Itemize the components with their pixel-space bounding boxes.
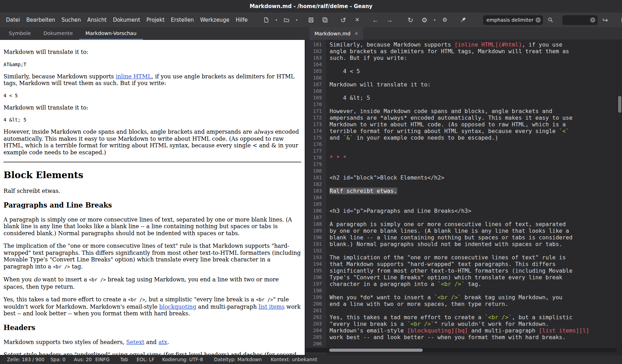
line-number[interactable]: 182 (306, 181, 326, 188)
line-number[interactable]: 172 (306, 114, 326, 121)
line-number[interactable]: 192 (306, 247, 326, 254)
line-number[interactable]: 173 (306, 121, 326, 128)
new-file-dropdown-button[interactable]: ▾ (274, 14, 279, 26)
sidebar-tab-dokumente[interactable]: Dokumente (37, 27, 79, 40)
editor-pane[interactable]: 161Similarly, because Markdown supports … (306, 40, 617, 355)
line-number[interactable]: 188 (306, 221, 326, 227)
execute-button[interactable]: ⚙ (438, 14, 451, 26)
menu-item-projekt[interactable]: Projekt (143, 13, 168, 27)
menu-item-datei[interactable]: Datei (3, 13, 23, 27)
line-number[interactable]: 195 (306, 267, 326, 274)
line-number[interactable]: 178 (306, 154, 326, 161)
sidebar-tab-markdown-vorschau[interactable]: Markdown-Vorschau (79, 27, 143, 40)
tab-close-icon[interactable]: ✕ (355, 31, 358, 36)
menu-item-suchen[interactable]: Suchen (58, 13, 84, 27)
search-button[interactable] (544, 14, 557, 26)
build-dropdown-button[interactable]: ▾ (432, 14, 437, 26)
line-number[interactable]: 179 (306, 161, 326, 168)
line-number[interactable]: 163 (306, 55, 326, 61)
close-file-button[interactable]: ✕ (351, 14, 364, 26)
line-number[interactable]: 187 (306, 214, 326, 221)
line-number[interactable]: 162 (306, 48, 326, 55)
line-number[interactable]: 180 (306, 168, 326, 174)
quit-button[interactable] (617, 14, 622, 26)
revert-button[interactable]: ↺ (337, 14, 350, 26)
editor-line: 191blank.) Normal paragraphs should not … (306, 241, 617, 247)
line-number[interactable]: 185 (306, 201, 326, 208)
back-button[interactable]: ← (369, 14, 382, 26)
line-number[interactable]: 183 (306, 188, 326, 194)
line-number[interactable]: 190 (306, 234, 326, 241)
line-number[interactable]: 161 (306, 41, 326, 48)
vertical-scrollbar[interactable] (617, 40, 622, 355)
line-number[interactable]: 164 (306, 61, 326, 68)
line-number[interactable]: 171 (306, 108, 326, 114)
line-number[interactable]: 189 (306, 227, 326, 234)
open-folder-icon (283, 17, 290, 23)
statusbar-item: EINFG (95, 355, 110, 364)
line-number[interactable]: 186 (306, 208, 326, 214)
line-number[interactable]: 169 (306, 94, 326, 101)
line-number[interactable]: 176 (306, 141, 326, 148)
preview-text: <br /> (128, 297, 145, 302)
preview-text: Markdown will translate it to: (4, 104, 88, 111)
horizontal-scrollbar-thumb[interactable] (329, 349, 423, 352)
line-number[interactable]: 206 (306, 341, 326, 347)
forward-button[interactable]: → (383, 14, 396, 26)
code-token: Type's "Convert Line Breaks" option) whi… (330, 274, 562, 281)
markdown-preview-pane[interactable]: Markdown will translate it to:AT&amp;TSi… (0, 40, 305, 355)
line-number[interactable]: 202 (306, 314, 326, 321)
clear-search-icon[interactable]: ✕ (535, 18, 541, 23)
line-number[interactable]: 175 (306, 134, 326, 141)
menu-item-bearbeiten[interactable]: Bearbeiten (23, 13, 58, 27)
clear-goto-icon[interactable]: ✕ (590, 18, 595, 23)
line-number[interactable]: 199 (306, 294, 326, 301)
line-number[interactable]: 204 (306, 327, 326, 334)
open-file-dropdown-button[interactable]: ▾ (294, 14, 299, 26)
preview-link[interactable]: list items (258, 303, 284, 310)
build-button[interactable]: ⚙ (418, 14, 431, 26)
preview-link[interactable]: Setext (126, 339, 144, 345)
line-number[interactable]: 194 (306, 261, 326, 267)
menu-item-werkzeuge[interactable]: Werkzeuge (197, 13, 232, 27)
line-number[interactable]: 177 (306, 148, 326, 154)
line-number[interactable]: 205 (306, 334, 326, 341)
line-number[interactable]: 196 (306, 274, 326, 281)
sidebar-tab-symbole[interactable]: Symbole (2, 27, 37, 40)
save-button[interactable] (305, 14, 317, 26)
code-text: 4 < 5 (326, 68, 360, 75)
line-number[interactable]: 198 (306, 287, 326, 294)
horizontal-scrollbar[interactable] (306, 348, 617, 352)
line-number[interactable]: 203 (306, 321, 326, 327)
line-number[interactable]: 200 (306, 301, 326, 307)
preview-link[interactable]: inline HTML (116, 73, 151, 80)
open-file-button[interactable] (280, 14, 293, 26)
line-number[interactable]: 166 (306, 75, 326, 81)
preview-link[interactable]: atx (158, 339, 167, 345)
document-tab-markdown-md[interactable]: Markdown.md ✕ (310, 27, 363, 40)
menu-item-dokument[interactable]: Dokument (110, 13, 143, 27)
line-number[interactable]: 201 (306, 307, 326, 314)
line-number[interactable]: 193 (306, 254, 326, 261)
compile-button[interactable]: ↻ (404, 14, 417, 26)
goto-line-button[interactable]: ↪ (599, 14, 611, 26)
line-number[interactable]: 168 (306, 88, 326, 94)
preview-link[interactable]: blockquoting (159, 303, 196, 310)
code-text: * * * (326, 154, 346, 161)
menu-item-ansicht[interactable]: Ansicht (84, 13, 110, 27)
line-number[interactable]: 197 (306, 281, 326, 287)
line-number[interactable]: 191 (306, 241, 326, 247)
line-number[interactable]: 181 (306, 174, 326, 181)
line-number[interactable]: 184 (306, 194, 326, 201)
save-all-button[interactable] (319, 14, 331, 26)
menu-item-erstellen[interactable]: Erstellen (168, 13, 197, 27)
new-file-button[interactable] (260, 14, 272, 26)
menu-item-hilfe[interactable]: Hilfe (233, 13, 251, 27)
line-number[interactable]: 174 (306, 128, 326, 134)
line-number[interactable]: 170 (306, 101, 326, 108)
line-number[interactable]: 165 (306, 68, 326, 75)
line-number[interactable]: 167 (306, 81, 326, 88)
vertical-scrollbar-thumb[interactable] (618, 96, 621, 113)
search-input[interactable] (483, 15, 543, 25)
color-chooser-button[interactable] (457, 14, 469, 26)
